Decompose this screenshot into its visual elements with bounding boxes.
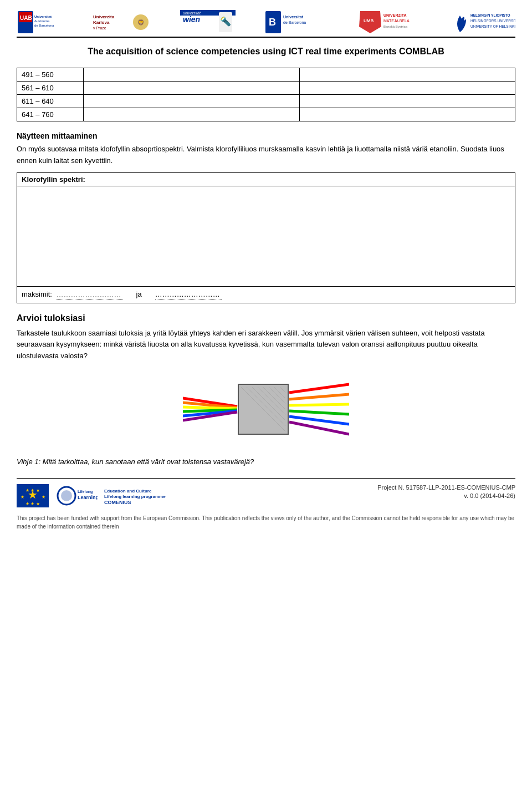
svg-text:Learning: Learning xyxy=(78,495,98,500)
spektri-body xyxy=(17,186,515,286)
svg-text:UMB: UMB xyxy=(364,18,374,23)
table-row: 611 – 640 xyxy=(17,95,515,108)
version-number: v. 0.0 (2014-04-26) xyxy=(377,492,515,499)
logo-lifelong: Lifelong Learning xyxy=(55,484,98,510)
svg-text:HELSINGFORS UNIVERSITET: HELSINGFORS UNIVERSITET xyxy=(470,19,515,23)
naytteen-body: myös suotavaa mitata klofofyllin absoprt… xyxy=(17,145,504,165)
svg-text:universität: universität xyxy=(183,11,201,15)
col3-cell xyxy=(299,82,515,95)
prism-area xyxy=(183,373,349,445)
spektri-footer: maksimit: ……………………… ja ……………………… xyxy=(17,286,515,303)
svg-text:HELSINGIN YLIOPISTO: HELSINGIN YLIOPISTO xyxy=(470,13,510,17)
svg-text:★ ★ ★: ★ ★ ★ xyxy=(25,501,39,506)
svg-text:B: B xyxy=(269,17,276,28)
dotted-2: ……………………… xyxy=(155,290,222,299)
footer-logos-left: ★ ★ ★ ★ ★ ★ ★ ★ ★ Lifelong Learning xyxy=(17,484,166,510)
arvioi-para1: Tarkastele taulukkoon saamiasi tuloksia … xyxy=(17,328,515,362)
naytteen-text: On myös suotavaa mitata klofofyllin abso… xyxy=(17,144,515,167)
svg-text:Universitat: Universitat xyxy=(283,15,304,19)
range-cell: 611 – 640 xyxy=(17,95,84,108)
table-row: 491 – 560 xyxy=(17,68,515,82)
project-number: Project N. 517587-LLP-2011-ES-COMENIUS-C… xyxy=(377,484,515,491)
svg-text:MATEJA BELA: MATEJA BELA xyxy=(383,19,410,23)
spektri-header: Klorofyllin spektri: xyxy=(17,173,515,186)
svg-text:UAB: UAB xyxy=(20,15,32,21)
arvioi-title: Arvioi tuloksiasi xyxy=(17,313,515,323)
svg-text:de Barcelona: de Barcelona xyxy=(34,24,54,27)
lifelong-svg: Lifelong Learning xyxy=(55,484,98,507)
svg-text:🔦: 🔦 xyxy=(220,16,231,27)
logo-uab: UAB Universitat Autònoma de Barcelona xyxy=(17,10,62,34)
on-label: On xyxy=(17,145,26,153)
comenius-line2: Lifelong learning programme xyxy=(104,494,166,499)
page: UAB Universitat Autònoma de Barcelona Un… xyxy=(0,0,532,793)
svg-text:Univerzita: Univerzita xyxy=(93,14,115,19)
footer-disclaimer: This project has been funded with suppor… xyxy=(17,514,515,531)
range-table: 491 – 560561 – 610611 – 640641 – 760 xyxy=(17,68,515,121)
svg-text:★ ★ ★: ★ ★ ★ xyxy=(25,488,39,493)
dotted-1: ……………………… xyxy=(57,291,123,299)
svg-text:🦁: 🦁 xyxy=(137,19,145,26)
col2-cell xyxy=(84,68,300,82)
prism-container xyxy=(17,373,515,445)
range-cell: 641 – 760 xyxy=(17,108,84,121)
svg-text:UNIVERZITA: UNIVERZITA xyxy=(383,13,406,17)
logo-helsinki: HELSINGIN YLIOPISTO HELSINGFORS UNIVERSI… xyxy=(452,10,515,34)
ja-label: ja xyxy=(136,290,142,299)
naytteen-title: Näytteen mittaaminen xyxy=(17,131,515,140)
maksimit-label: maksimit: ……………………… xyxy=(22,290,125,299)
svg-line-49 xyxy=(289,384,349,393)
svg-point-63 xyxy=(61,490,72,501)
range-cell: 491 – 560 xyxy=(17,68,84,82)
table-row: 641 – 760 xyxy=(17,108,515,121)
footer-section: ★ ★ ★ ★ ★ ★ ★ ★ ★ Lifelong Learning xyxy=(17,478,515,510)
spektri-section: Klorofyllin spektri: maksimit: ………………………… xyxy=(17,172,515,303)
svg-text:UNIVERSITY OF HELSINKI: UNIVERSITY OF HELSINKI xyxy=(470,24,515,28)
svg-line-51 xyxy=(289,404,349,405)
svg-line-36 xyxy=(183,407,237,409)
svg-text:Autònoma: Autònoma xyxy=(34,19,50,23)
svg-text:Universitat: Universitat xyxy=(34,15,52,18)
logo-ub: B Universitat de Barcelona xyxy=(264,10,331,34)
header-logos: UAB Universitat Autònoma de Barcelona Un… xyxy=(17,6,515,38)
logo-eu-flag: ★ ★ ★ ★ ★ ★ ★ ★ ★ xyxy=(17,484,49,510)
range-cell: 561 – 610 xyxy=(17,82,84,95)
col3-cell xyxy=(299,95,515,108)
footer-right: Project N. 517587-LLP-2011-ES-COMENIUS-C… xyxy=(377,484,515,501)
svg-text:★: ★ xyxy=(21,495,24,500)
svg-text:★: ★ xyxy=(42,495,45,500)
comenius-line1: Education and Culture xyxy=(104,489,166,494)
eu-flag-svg: ★ ★ ★ ★ ★ ★ ★ ★ ★ xyxy=(17,484,49,507)
table-row: 561 – 610 xyxy=(17,82,515,95)
comenius-text: Education and Culture Lifelong learning … xyxy=(104,489,166,505)
logo-umab: UMB UNIVERZITA MATEJA BELA Banská Bystri… xyxy=(359,10,423,34)
comenius-line3: COMENIUS xyxy=(104,500,166,505)
svg-text:Lifelong: Lifelong xyxy=(78,490,93,494)
logo-ku: Univerzita Karlova v Praze 🦁 xyxy=(91,10,152,34)
svg-text:Banská Bystrica: Banská Bystrica xyxy=(383,25,408,28)
svg-text:Karlova: Karlova xyxy=(93,20,110,25)
col3-cell xyxy=(299,108,515,121)
svg-line-50 xyxy=(289,394,349,399)
col3-cell xyxy=(299,68,515,82)
vihje-text: Vihje 1: Mitä tarkoittaa, kun sanotaan e… xyxy=(17,456,515,467)
col2-cell xyxy=(84,108,300,121)
col2-cell xyxy=(84,82,300,95)
svg-line-52 xyxy=(289,411,349,414)
main-title: The acquisition of science competencies … xyxy=(17,45,515,58)
vihje-content: Vihje 1: Mitä tarkoittaa, kun sanotaan e… xyxy=(17,458,254,466)
col2-cell xyxy=(84,95,300,108)
svg-text:wien: wien xyxy=(183,15,200,24)
svg-text:de Barcelona: de Barcelona xyxy=(283,21,306,24)
prism-svg xyxy=(183,373,349,445)
svg-text:v Praze: v Praze xyxy=(93,26,106,30)
logo-wien: universität wien 🔦 xyxy=(180,10,236,34)
